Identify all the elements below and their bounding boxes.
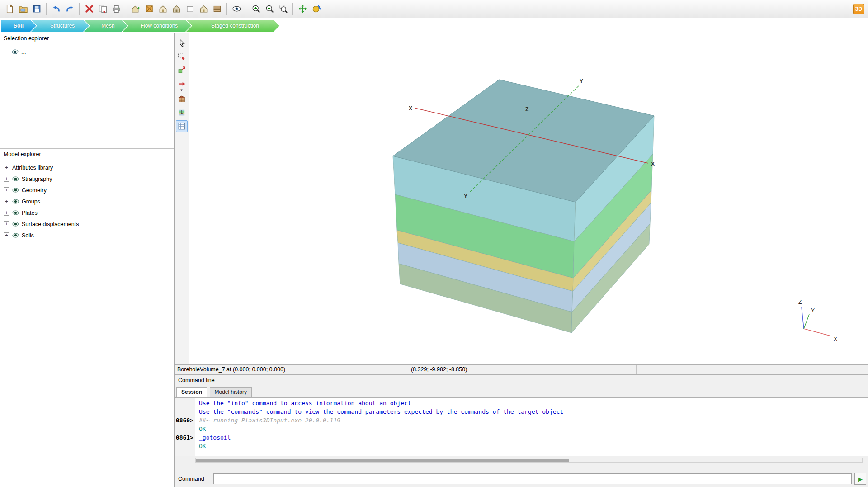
show-half-model-icon[interactable] — [170, 2, 183, 16]
log-line: OK — [175, 442, 868, 450]
orbit-icon[interactable] — [309, 2, 323, 16]
3d-viewport[interactable]: X X Y Y Z Z Y X — [189, 33, 868, 364]
model-box-icon[interactable] — [183, 2, 197, 16]
expand-icon[interactable]: + — [4, 210, 9, 216]
tree-item-label: Attributes library — [12, 165, 53, 171]
tab-soil[interactable]: Soil — [1, 20, 36, 32]
y-axis-label-bottom: Y — [464, 193, 467, 199]
tab-model-history[interactable]: Model history — [210, 387, 252, 397]
expand-icon[interactable]: + — [4, 232, 9, 238]
create-structure-icon[interactable] — [176, 93, 188, 105]
visibility-eye-icon[interactable] — [12, 48, 19, 55]
visibility-eye-icon[interactable] — [12, 198, 19, 205]
soil-model-canvas[interactable]: X X Y Y Z Z Y X — [189, 33, 868, 364]
visibility-eye-icon[interactable] — [12, 175, 19, 182]
status-bar: BoreholeVolume_7 at (0.000; 0.000; 0.000… — [175, 364, 868, 375]
visibility-eye-icon[interactable] — [12, 232, 19, 239]
expand-icon[interactable]: + — [4, 199, 9, 204]
redo-icon[interactable] — [63, 2, 76, 16]
triad-x-label: X — [834, 336, 837, 342]
log-line: Use the "info" command to access informa… — [175, 399, 868, 407]
log-text: Use the "commands" command to view the c… — [195, 407, 563, 416]
tree-item-stratigraphy[interactable]: + Stratigraphy — [0, 173, 174, 184]
zoom-out-icon[interactable] — [263, 2, 276, 16]
selection-explorer-title: Selection explorer — [0, 33, 174, 44]
command-input[interactable] — [213, 473, 852, 484]
select-rectangle-icon[interactable] — [176, 51, 188, 62]
expand-icon[interactable]: + — [4, 176, 9, 182]
x-axis-label-right: X — [651, 161, 655, 167]
log-text: Use the "info" command to access informa… — [195, 399, 411, 407]
open-project-icon[interactable] — [16, 2, 30, 16]
log-prompt — [175, 407, 195, 416]
log-prompt — [175, 442, 195, 450]
triad-z-label: Z — [798, 299, 802, 305]
expand-icon[interactable]: + — [4, 221, 9, 227]
command-label: Command — [178, 476, 211, 482]
materials-eye-icon[interactable] — [230, 2, 243, 16]
move-object-icon[interactable] — [176, 64, 188, 76]
log-line: OK — [175, 425, 868, 433]
log-horizontal-scrollbar[interactable] — [195, 458, 863, 463]
triad-y-label: Y — [811, 307, 815, 314]
log-text: OK — [195, 425, 206, 433]
selection-explorer-item[interactable]: ... — [0, 46, 174, 57]
create-borehole-icon[interactable] — [176, 107, 188, 118]
select-pointer-icon[interactable] — [176, 37, 188, 49]
print-icon[interactable] — [109, 2, 123, 16]
tree-item-soils[interactable]: + Soils — [0, 230, 174, 241]
toolbar-separator — [79, 3, 80, 15]
model-explorer: Model explorer + Attributes library + St… — [0, 149, 174, 487]
tree-item-groups[interactable]: + Groups — [0, 196, 174, 207]
soil-layers-icon[interactable] — [210, 2, 224, 16]
import-soil-icon[interactable] — [129, 2, 142, 16]
log-line: Use the "commands" command to view the c… — [175, 407, 868, 416]
tab-flow-conditions[interactable]: Flow conditions — [123, 20, 191, 32]
delete-icon[interactable] — [82, 2, 96, 16]
new-project-icon[interactable] — [3, 2, 16, 16]
tree-item-plates[interactable]: + Plates — [0, 207, 174, 218]
y-axis-label-top: Y — [580, 78, 583, 85]
pan-icon[interactable] — [296, 2, 309, 16]
log-text: ##~ running Plaxis3DInput.exe 20.0.0.119 — [195, 416, 340, 425]
scrollbar-thumb[interactable] — [196, 459, 569, 462]
command-line-title: Command line — [175, 375, 868, 387]
tree-item-surface-displacements[interactable]: + Surface displacements — [0, 218, 174, 230]
expand-icon[interactable]: + — [4, 165, 9, 170]
log-prompt — [175, 399, 195, 407]
visibility-eye-icon[interactable] — [12, 209, 19, 216]
tab-structures[interactable]: Structures — [31, 20, 89, 32]
zoom-rectangle-icon[interactable] — [276, 2, 290, 16]
session-log[interactable]: Use the "info" command to access informa… — [175, 397, 868, 456]
tree-item-geometry[interactable]: + Geometry — [0, 184, 174, 196]
toolbar-separator — [246, 3, 246, 15]
save-project-icon[interactable] — [30, 2, 43, 16]
copy-image-icon[interactable] — [96, 2, 109, 16]
show-model-icon[interactable] — [197, 2, 210, 16]
tree-item-label: Groups — [22, 199, 40, 205]
soil-layers-table-icon[interactable] — [176, 120, 188, 132]
toolbar-separator — [226, 3, 227, 15]
log-text: _gotosoil — [195, 433, 231, 442]
undo-icon[interactable] — [49, 2, 63, 16]
visibility-eye-icon[interactable] — [12, 221, 19, 227]
tab-staged-construction[interactable]: Staged construction — [186, 20, 279, 32]
left-panel: Selection explorer ... Model explorer + … — [0, 33, 175, 487]
tree-item-attributes-library[interactable]: + Attributes library — [0, 162, 174, 173]
dropdown-caret-icon[interactable]: ▾ — [175, 89, 189, 91]
soil-volume[interactable] — [393, 80, 654, 333]
tree-item-label: Plates — [22, 210, 38, 216]
hovered-object-info: BoreholeVolume_7 at (0.000; 0.000; 0.000… — [175, 365, 408, 374]
mode-tabbar: Soil Structures Mesh Flow conditions Sta… — [0, 18, 868, 33]
visibility-eye-icon[interactable] — [12, 187, 19, 194]
expand-icon[interactable]: + — [4, 187, 9, 193]
log-line: 0860> ##~ running Plaxis3DInput.exe 20.0… — [175, 416, 868, 425]
log-prompt: 0861> — [175, 433, 195, 442]
show-full-model-icon[interactable] — [156, 2, 170, 16]
export-soil-icon[interactable] — [142, 2, 156, 16]
orientation-triad: Z Y X — [798, 299, 837, 342]
tab-session[interactable]: Session — [176, 387, 207, 397]
tab-mesh[interactable]: Mesh — [84, 20, 127, 32]
run-command-button[interactable]: ▶ — [854, 473, 866, 485]
zoom-in-icon[interactable] — [249, 2, 263, 16]
